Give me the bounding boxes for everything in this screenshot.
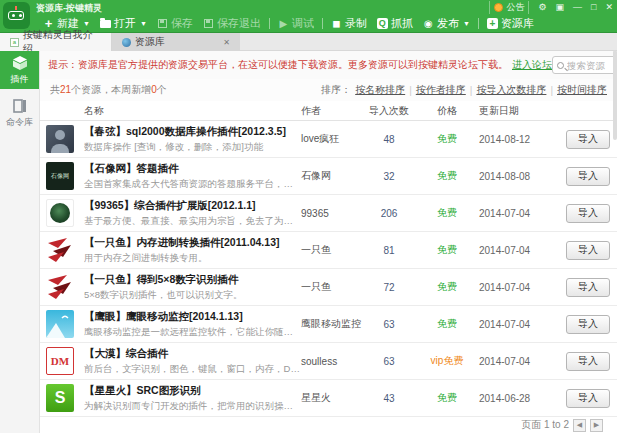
row-price: 免费 — [415, 169, 479, 183]
row-description: 全国首家集成各大代答商资源的答题服务平台，最稳定、最效率、性 — [84, 178, 301, 191]
next-page-button[interactable]: ▶ — [590, 419, 603, 432]
maximize-button[interactable]: □ — [591, 1, 596, 14]
open-button[interactable]: 打开▼ — [95, 15, 152, 33]
import-button[interactable]: 导入 — [566, 167, 610, 186]
table-row: 石像网 【石像网】答题插件 全国首家集成各大代答商资源的答题服务平台，最稳定、最… — [40, 158, 617, 195]
record-button[interactable]: ◼ 录制 — [326, 15, 372, 33]
capture-q-icon: Q — [377, 18, 388, 29]
import-button[interactable]: 导入 — [566, 278, 610, 297]
import-button[interactable]: 导入 — [566, 352, 610, 371]
tab-close-icon[interactable]: ✕ — [223, 38, 230, 47]
folder-icon — [100, 20, 111, 28]
library-plus-icon: + — [487, 18, 498, 29]
row-description: 基于最方便、最直接、最实用为宗旨，免去了为实现一个功能而去写 — [84, 215, 301, 228]
forum-link[interactable]: 进入论坛 — [512, 58, 552, 72]
capture-button[interactable]: Q 抓抓 — [372, 15, 418, 33]
sort-by-author[interactable]: 按作者排序 — [416, 83, 466, 97]
window-titlebar: 资源库-按键精灵 公告 ⚙ ▣ — □ ✕ — [0, 0, 617, 15]
page-label: 页面 1 to 2 — [521, 418, 569, 432]
row-import-count: 63 — [363, 356, 415, 367]
tab-intro[interactable]: a 按键精灵自我介绍 — [0, 33, 112, 51]
row-price: 免费 — [415, 391, 479, 405]
row-price: 免费 — [415, 317, 479, 331]
toolbar-separator — [478, 18, 479, 29]
row-author: 石像网 — [301, 169, 363, 183]
row-author: love疯狂 — [301, 132, 363, 146]
chevron-down-icon: ▼ — [463, 20, 470, 27]
row-date: 2014-07-04 — [479, 282, 559, 293]
settings-icon[interactable]: ⚙ — [538, 1, 546, 14]
minimize-button[interactable]: — — [573, 1, 582, 14]
row-description: 前后台，文字识别，图色，键鼠，窗口，内存，DX，Call — [84, 363, 301, 376]
save-exit-icon — [204, 19, 213, 28]
debug-button[interactable]: ▶ 调试 — [273, 15, 319, 33]
table-header: 名称 作者 导入次数 价格 更新日期 — [40, 101, 617, 121]
tab-resource-library[interactable]: 资源库 ✕ — [112, 33, 240, 51]
import-button[interactable]: 导入 — [566, 130, 610, 149]
resource-list: 【春弦】sql2000数据库操作插件[2012.3.5] 数据库操作 [查询，修… — [40, 121, 617, 417]
row-date: 2014-07-04 — [479, 208, 559, 219]
scrollbar-thumb[interactable] — [613, 50, 617, 140]
import-button[interactable]: 导入 — [566, 241, 610, 260]
row-price: vip免费 — [415, 354, 479, 368]
sort-by-name[interactable]: 按名称排序 — [355, 83, 405, 97]
row-date: 2014-08-08 — [479, 171, 559, 182]
row-import-count: 43 — [363, 393, 415, 404]
import-button[interactable]: 导入 — [566, 315, 610, 334]
sort-bar: 排序： 按名称排序| 按作者排序| 按导入次数排序| 按时间排序 — [321, 83, 607, 97]
row-author: 星星火 — [301, 391, 363, 405]
row-price: 免费 — [415, 132, 479, 146]
header-import-count: 导入次数 — [363, 104, 415, 118]
close-button[interactable]: ✕ — [605, 1, 613, 14]
row-title: 【石像网】答题插件 — [84, 162, 301, 176]
s-logo-icon: S — [46, 384, 74, 412]
save-button[interactable]: 保存 — [152, 15, 198, 33]
resource-library-button[interactable]: + 资源库 — [482, 15, 539, 33]
eagle-scenery-icon — [46, 310, 74, 338]
import-button[interactable]: 导入 — [566, 389, 610, 408]
row-author: soulless — [301, 356, 363, 367]
table-row: S 【星星火】SRC图形识别 为解决识别而专门开发的插件，把常用的识别操作进行分… — [40, 380, 617, 417]
red-arrows-logo-icon — [46, 236, 74, 264]
row-title: 【大漠】综合插件 — [84, 347, 301, 361]
app-logo-icon — [3, 2, 30, 29]
window-title: 资源库-按键精灵 — [36, 2, 102, 15]
dm-logo-icon: DM — [46, 347, 74, 375]
row-import-count: 48 — [363, 134, 415, 145]
sort-label: 排序： — [321, 83, 351, 97]
publish-button[interactable]: ◉ 发布▼ — [418, 15, 475, 33]
row-import-count: 72 — [363, 282, 415, 293]
sidebar-item-commands[interactable]: 命令库 — [0, 94, 39, 132]
book-icon — [12, 98, 28, 114]
table-row: 【一只鱼】内存进制转换插件[2011.04.13] 用于内存之间进制转换专用。 … — [40, 232, 617, 269]
search-input[interactable] — [567, 60, 617, 71]
announce-button[interactable]: 公告 — [489, 1, 529, 14]
save-icon — [158, 19, 167, 28]
import-button[interactable]: 导入 — [566, 204, 610, 223]
chevron-down-icon: ▼ — [140, 20, 147, 27]
row-title: 【星星火】SRC图形识别 — [84, 384, 301, 398]
save-exit-button[interactable]: 保存退出 — [198, 15, 266, 33]
sort-by-imports[interactable]: 按导入次数排序 — [476, 83, 546, 97]
sidebar-item-plugins[interactable]: 插件 — [0, 51, 39, 89]
row-description: 5×8数字识别插件，也可以识别文字。 — [84, 289, 301, 302]
row-title: 【一只鱼】得到5×8数字识别插件 — [84, 273, 301, 287]
table-row: 【鹰眼】鹰眼移动监控[2014.1.13] 鹰眼移动监控是一款远程监控软件，它能… — [40, 306, 617, 343]
row-author: 一只鱼 — [301, 280, 363, 294]
row-import-count: 63 — [363, 319, 415, 330]
row-date: 2014-06-28 — [479, 393, 559, 404]
publish-icon: ◉ — [423, 18, 434, 29]
stats-bar: 共21个资源，本周新增0个 排序： 按名称排序| 按作者排序| 按导入次数排序|… — [40, 79, 617, 101]
row-date: 2014-07-04 — [479, 245, 559, 256]
play-icon: ▶ — [278, 18, 289, 29]
row-price: 免费 — [415, 206, 479, 220]
table-row: 【一只鱼】得到5×8数字识别插件 5×8数字识别插件，也可以识别文字。 一只鱼 … — [40, 269, 617, 306]
row-date: 2014-08-12 — [479, 134, 559, 145]
header-author: 作者 — [301, 104, 363, 118]
header-name: 名称 — [40, 104, 301, 118]
row-title: 【鹰眼】鹰眼移动监控[2014.1.13] — [84, 310, 301, 324]
chevron-down-icon: ▼ — [83, 20, 90, 27]
panel-icon[interactable]: ▣ — [556, 1, 565, 14]
sort-by-time[interactable]: 按时间排序 — [557, 83, 607, 97]
prev-page-button[interactable]: ◀ — [573, 419, 586, 432]
